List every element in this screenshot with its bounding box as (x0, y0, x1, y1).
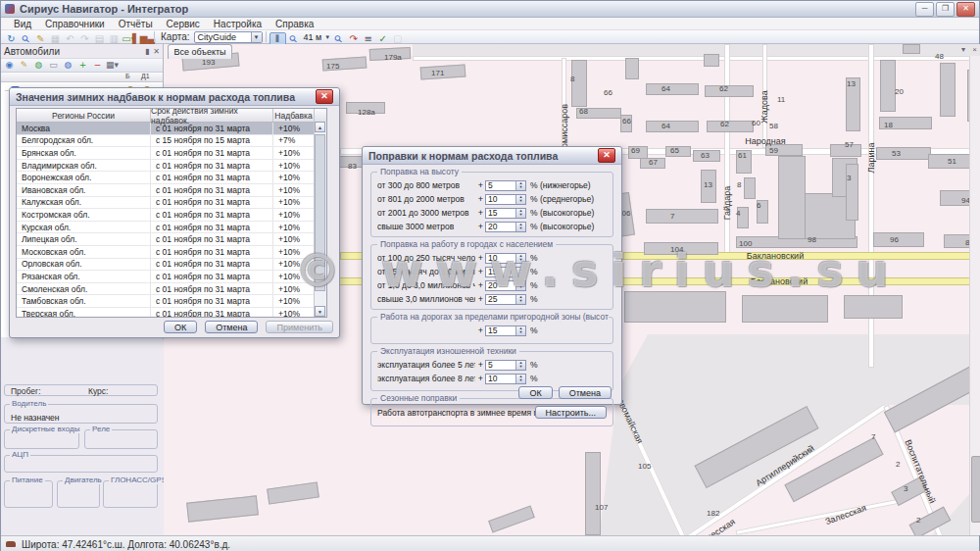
close-panel-icon[interactable]: ✕ (153, 47, 160, 56)
spinner-arrows-icon[interactable]: ▲▼ (515, 326, 525, 335)
spin-input[interactable]: 15▲▼ (485, 208, 526, 219)
pin-icon[interactable]: ▮ (145, 47, 149, 56)
remove-icon[interactable]: − (91, 60, 104, 71)
apply-button[interactable]: Применить (266, 321, 333, 333)
spin-input[interactable]: 10▲▼ (485, 194, 526, 205)
spinner-arrows-icon[interactable]: ▲▼ (515, 295, 525, 304)
seasonal-group: Сезонные поправки Работа автотранспорта … (370, 398, 613, 426)
spinner-arrows-icon[interactable]: ▲▼ (515, 181, 525, 190)
spin-value[interactable]: 10 (486, 254, 515, 263)
spin-input[interactable]: 25▲▼ (485, 294, 526, 305)
column-period[interactable]: Срок действия зимних надбавок. (151, 109, 273, 122)
layout-icon[interactable]: ▦▾ (106, 60, 119, 71)
spinner-arrows-icon[interactable]: ▲▼ (515, 375, 525, 383)
map-source-combobox[interactable]: CityGuide ▼ (194, 31, 263, 43)
scroll-up-icon[interactable]: ▲ (315, 122, 325, 132)
table-row[interactable]: Московская обл.с 01 ноября по 31 марта+1… (17, 246, 326, 259)
dialog-title-bar[interactable]: Значения зимних надбавок к нормам расход… (10, 88, 339, 106)
user-icon[interactable]: ◉ (3, 60, 16, 71)
spin-input[interactable]: 20▲▼ (485, 280, 526, 291)
scrollbar-thumb[interactable] (315, 134, 325, 291)
globe-icon[interactable]: ◍ (32, 60, 45, 71)
table-row[interactable]: Тамбовская обл.с 01 ноября по 31 марта+1… (17, 295, 326, 308)
spin-input[interactable]: 5▲▼ (485, 360, 526, 371)
spinner-arrows-icon[interactable]: ▲▼ (515, 223, 525, 231)
table-row[interactable]: Брянская обл.с 01 ноября по 31 марта+10% (17, 147, 326, 160)
table-row[interactable]: Владимирская обл.с 01 ноября по 31 марта… (17, 160, 326, 173)
spin-input[interactable]: 15▲▼ (485, 267, 526, 277)
table-row[interactable]: Смоленская обл.с 01 ноября по 31 марта+1… (17, 283, 326, 296)
spin-input[interactable]: 10▲▼ (485, 253, 526, 264)
map-close-icon[interactable]: × (972, 45, 977, 54)
table-scrollbar[interactable]: ▲ ▼ (314, 122, 326, 317)
table-row[interactable]: Костромская обл.с 01 ноября по 31 марта+… (17, 209, 326, 222)
configure-button[interactable]: Настроить... (535, 406, 607, 419)
table-row[interactable]: Орловская обл.с 01 ноября по 31 марта+10… (17, 259, 326, 272)
add-icon[interactable]: + (76, 60, 89, 71)
close-icon[interactable]: ✕ (316, 89, 333, 104)
table-row[interactable]: Белгородская обл.с 15 ноября по 15 марта… (17, 135, 326, 148)
map-building (267, 481, 319, 504)
cancel-button[interactable]: Отмена (205, 321, 258, 333)
close-icon[interactable]: ✕ (598, 148, 615, 163)
map-street (868, 44, 874, 368)
spin-row-label: от 2001 до 3000 метров (377, 208, 475, 218)
table-row[interactable]: Липецкая обл.с 01 ноября по 31 марта+10% (17, 233, 326, 246)
table-row[interactable]: Калужская обл.с 01 ноября по 31 марта+10… (17, 197, 326, 210)
table-row[interactable]: Тверская обл.с 01 ноября по 31 марта+10% (17, 308, 326, 318)
chevron-down-icon[interactable]: ▼ (251, 32, 262, 42)
table-row[interactable]: Воронежская обл.с 01 ноября по 31 марта+… (17, 172, 326, 184)
brush-icon[interactable]: ✎ (18, 60, 30, 71)
map-menu-icon[interactable]: ▾ (961, 45, 965, 54)
ok-button[interactable]: ОК (518, 386, 552, 399)
spin-value[interactable]: 25 (486, 295, 515, 304)
spinner-arrows-icon[interactable]: ▲▼ (515, 281, 525, 290)
map-zoom-value[interactable]: 41 м (304, 32, 322, 42)
spin-input[interactable]: 5▲▼ (485, 180, 526, 191)
spinner-arrows-icon[interactable]: ▲▼ (515, 254, 525, 263)
spin-input[interactable]: 10▲▼ (485, 374, 526, 384)
scrollbar-thumb[interactable] (971, 456, 980, 523)
spin-value[interactable]: 5 (486, 181, 515, 190)
van-icon[interactable]: ▭ (47, 60, 60, 71)
ok-button[interactable]: ОК (164, 321, 197, 333)
spinner-arrows-icon[interactable]: ▲▼ (515, 268, 525, 276)
web-icon[interactable]: ◍ (62, 60, 74, 71)
spin-value[interactable]: 15 (486, 209, 515, 218)
table-row[interactable]: Рязанская обл.с 01 ноября по 31 марта+10… (17, 271, 326, 283)
table-row[interactable]: Курская обл.с 01 ноября по 31 марта+10% (17, 222, 326, 234)
spin-value[interactable]: 15 (486, 326, 515, 335)
close-button[interactable]: ✕ (956, 2, 975, 17)
menu-item-настройка[interactable]: Настройка (207, 19, 269, 29)
table-row[interactable]: Ивановская обл.с 01 ноября по 31 марта+1… (17, 184, 326, 197)
tab-all-objects[interactable]: Все объекты (168, 44, 232, 59)
spin-value[interactable]: 5 (486, 361, 515, 370)
column-region[interactable]: Регионы России (17, 109, 151, 122)
spin-value[interactable]: 20 (486, 223, 515, 231)
spin-value[interactable]: 20 (486, 281, 515, 290)
edit-sheet-icon[interactable]: ✎ (33, 33, 48, 45)
minimize-button[interactable]: ─ (915, 2, 934, 17)
cancel-button[interactable]: Отмена (559, 386, 612, 399)
spin-input[interactable]: 20▲▼ (485, 222, 526, 232)
dialog-title-bar[interactable]: Поправки к нормам расхода топлива ✕ (363, 147, 621, 165)
spin-value[interactable]: 10 (486, 195, 515, 204)
menu-item-сервис[interactable]: Сервис (160, 19, 207, 29)
goto-icon[interactable]: ↷ (346, 33, 361, 45)
spin-value[interactable]: 10 (486, 375, 515, 383)
spin-input[interactable]: 15▲▼ (485, 326, 526, 336)
maximize-button[interactable]: ❐ (936, 2, 955, 17)
table-row[interactable]: Москвас 01 ноября по 31 марта+10% (17, 123, 326, 135)
spinner-arrows-icon[interactable]: ▲▼ (515, 195, 525, 204)
spin-value[interactable]: 15 (486, 268, 515, 276)
list-icon[interactable]: ≡ (361, 33, 375, 45)
chart-icon[interactable]: ▌▆▄ (136, 33, 151, 45)
table-cell: Тамбовская обл. (17, 295, 151, 307)
spinner-arrows-icon[interactable]: ▲▼ (515, 209, 525, 218)
tasks-icon[interactable]: ✓ (375, 33, 390, 45)
table-cell: Владимирская обл. (17, 160, 151, 172)
column-value[interactable]: Надбавка (273, 109, 315, 122)
map-vertical-scrollbar[interactable] (969, 56, 980, 535)
spinner-arrows-icon[interactable]: ▲▼ (515, 361, 525, 370)
scroll-down-icon[interactable]: ▼ (315, 306, 325, 317)
